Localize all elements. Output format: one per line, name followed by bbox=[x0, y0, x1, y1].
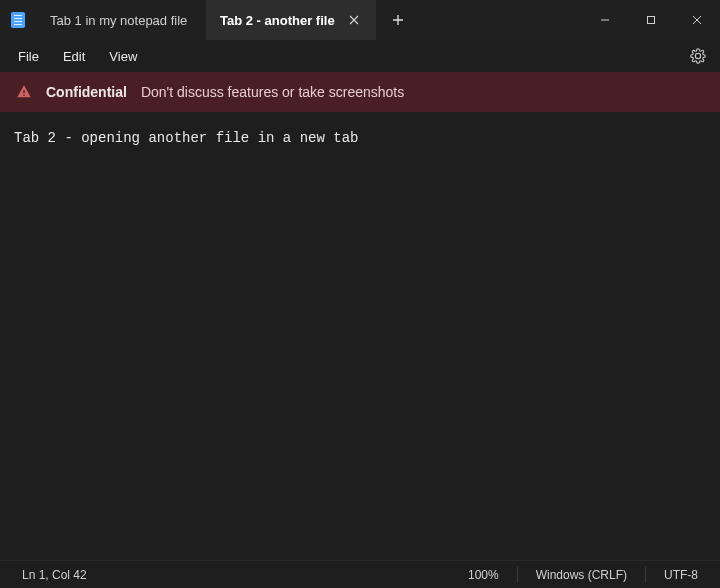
file-tab-1[interactable]: Tab 1 in my notepad file bbox=[36, 0, 206, 40]
status-encoding[interactable]: UTF-8 bbox=[646, 561, 716, 588]
svg-rect-0 bbox=[648, 17, 655, 24]
menu-bar: File Edit View bbox=[0, 40, 720, 72]
notepad-icon bbox=[11, 12, 25, 28]
titlebar-drag-area bbox=[420, 0, 582, 40]
file-tab-2[interactable]: Tab 2 - another file bbox=[206, 0, 376, 40]
menu-view[interactable]: View bbox=[99, 45, 147, 68]
status-zoom[interactable]: 100% bbox=[450, 561, 517, 588]
menu-file[interactable]: File bbox=[8, 45, 49, 68]
settings-button[interactable] bbox=[684, 42, 712, 70]
tab-strip: Tab 1 in my notepad file Tab 2 - another… bbox=[36, 0, 376, 40]
gear-icon bbox=[690, 48, 706, 64]
menu-edit[interactable]: Edit bbox=[53, 45, 95, 68]
banner-message: Don't discuss features or take screensho… bbox=[141, 84, 404, 100]
close-icon[interactable] bbox=[346, 12, 362, 28]
status-cursor-position[interactable]: Ln 1, Col 42 bbox=[4, 561, 105, 588]
svg-rect-1 bbox=[23, 90, 24, 93]
title-bar: Tab 1 in my notepad file Tab 2 - another… bbox=[0, 0, 720, 40]
close-window-button[interactable] bbox=[674, 0, 720, 40]
window-controls bbox=[582, 0, 720, 40]
banner-title: Confidential bbox=[46, 84, 127, 100]
tab-label: Tab 1 in my notepad file bbox=[50, 13, 187, 28]
app-icon bbox=[0, 0, 36, 40]
confidential-banner: Confidential Don't discuss features or t… bbox=[0, 72, 720, 112]
status-line-ending[interactable]: Windows (CRLF) bbox=[518, 561, 645, 588]
status-bar: Ln 1, Col 42 100% Windows (CRLF) UTF-8 bbox=[0, 560, 720, 588]
tab-label: Tab 2 - another file bbox=[220, 13, 335, 28]
svg-rect-2 bbox=[23, 95, 24, 96]
maximize-button[interactable] bbox=[628, 0, 674, 40]
text-editor[interactable]: Tab 2 - opening another file in a new ta… bbox=[0, 112, 720, 560]
warning-icon bbox=[16, 84, 32, 100]
minimize-button[interactable] bbox=[582, 0, 628, 40]
new-tab-button[interactable] bbox=[376, 0, 420, 40]
